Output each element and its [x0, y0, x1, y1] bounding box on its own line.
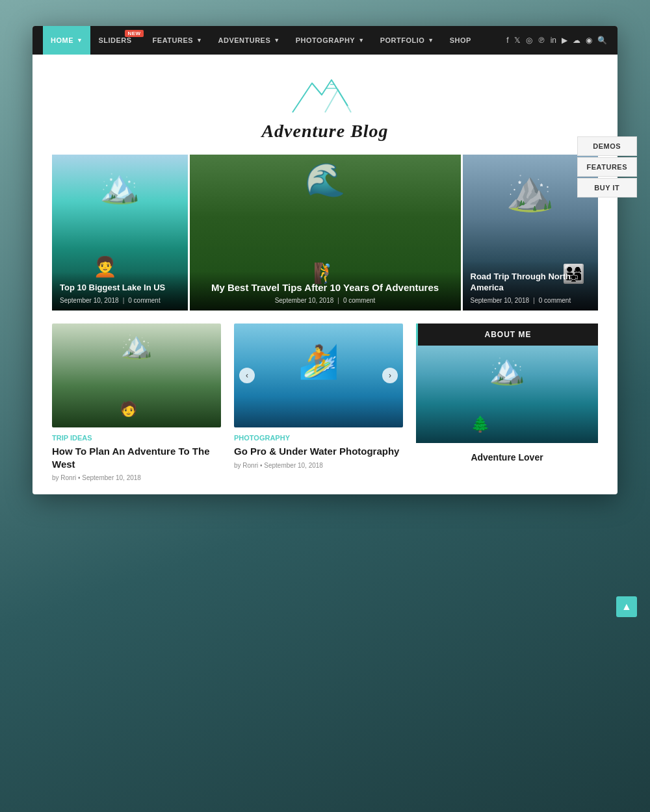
site-logo-text: Adventure Blog	[261, 121, 388, 142]
hero-overlay-1: Top 10 Biggest Lake In US September 10, …	[52, 272, 188, 311]
nav-item-features[interactable]: FEATURES ▼	[145, 26, 211, 55]
slider-prev-button[interactable]: ‹	[239, 368, 255, 383]
about-name: Adventure Lover	[416, 448, 598, 466]
scroll-top-button[interactable]: ▲	[616, 596, 637, 617]
twitter-icon[interactable]: 𝕏	[514, 36, 521, 45]
pinterest-icon[interactable]: ℗	[538, 36, 545, 45]
hero-card-2-title: My Best Travel Tips After 10 Years Of Ad…	[198, 281, 453, 294]
hero-card-1-title: Top 10 Biggest Lake In US	[60, 283, 180, 294]
sidebar: ABOUT ME Adventure Lover	[416, 324, 598, 481]
about-widget: ABOUT ME Adventure Lover	[416, 324, 598, 466]
hero-card-3-meta: September 10, 2018 | 0 comment	[471, 297, 591, 304]
nav-item-shop[interactable]: SHOP	[442, 26, 479, 55]
adventures-dropdown-arrow: ▼	[274, 37, 280, 44]
nav-item-home[interactable]: HOME ▼	[43, 26, 90, 55]
about-widget-title: ABOUT ME	[416, 324, 598, 346]
post-category-1: Trip Ideas	[52, 434, 221, 442]
post-category-2: Photography	[234, 434, 403, 442]
post-meta-2: by Ronri • September 10, 2018	[234, 462, 403, 469]
post-card-1[interactable]: Trip Ideas How To Plan An Adventure To T…	[52, 324, 221, 481]
nav-item-photography[interactable]: PHOTOGRAPHY ▼	[288, 26, 372, 55]
features-dropdown-arrow: ▼	[196, 37, 202, 44]
content-area: Trip Ideas How To Plan An Adventure To T…	[52, 324, 598, 481]
side-panel-buttons: DEMOS FEATURES BUY IT	[577, 136, 637, 197]
nav-item-portfolio[interactable]: PORTFOLIO ▼	[372, 26, 442, 55]
facebook-icon[interactable]: f	[506, 36, 508, 45]
new-badge: NEW	[125, 30, 143, 37]
features-button[interactable]: FEATURES	[577, 157, 637, 177]
portfolio-dropdown-arrow: ▼	[428, 37, 434, 44]
about-image	[416, 346, 598, 443]
post-title-1: How To Plan An Adventure To The West	[52, 445, 221, 470]
nav-bar: HOME ▼ SLIDERS NEW FEATURES ▼ ADVENTURES…	[32, 26, 618, 55]
nav-item-adventures[interactable]: ADVENTURES ▼	[211, 26, 288, 55]
search-icon[interactable]: 🔍	[597, 36, 607, 45]
logo-mountain-svg	[286, 70, 364, 116]
nav-items: HOME ▼ SLIDERS NEW FEATURES ▼ ADVENTURES…	[43, 26, 479, 55]
logo-container[interactable]: Adventure Blog	[261, 70, 388, 142]
post-title-2: Go Pro & Under Water Photography	[234, 445, 403, 458]
post-meta-1: by Ronri • September 10, 2018	[52, 474, 221, 481]
hero-overlay-3: Road Trip Through North America Septembe…	[463, 261, 599, 311]
home-dropdown-arrow: ▼	[77, 37, 83, 44]
hero-card-1-meta: September 10, 2018 | 0 comment	[60, 297, 180, 304]
post-thumbnail-1	[52, 324, 221, 427]
slider-next-button[interactable]: ›	[382, 368, 398, 383]
nav-item-sliders[interactable]: SLIDERS NEW	[90, 26, 144, 55]
demos-button[interactable]: DEMOS	[577, 136, 637, 156]
post-thumbnail-2: ‹ ›	[234, 324, 403, 427]
hero-card-1[interactable]: Top 10 Biggest Lake In US September 10, …	[52, 155, 188, 311]
hero-card-3-title: Road Trip Through North America	[471, 272, 591, 294]
hero-grid: Top 10 Biggest Lake In US September 10, …	[52, 155, 598, 311]
hero-card-2[interactable]: My Best Travel Tips After 10 Years Of Ad…	[190, 155, 461, 311]
site-header: Adventure Blog	[32, 55, 618, 155]
instagram-icon[interactable]: ◎	[526, 36, 532, 45]
hero-overlay-2: My Best Travel Tips After 10 Years Of Ad…	[190, 271, 461, 311]
youtube-icon[interactable]: ▶	[562, 36, 567, 45]
rss-icon[interactable]: ◉	[586, 36, 592, 45]
photography-dropdown-arrow: ▼	[358, 37, 364, 44]
hero-card-2-meta: September 10, 2018 | 0 comment	[198, 297, 453, 304]
soundcloud-icon[interactable]: ☁	[573, 36, 580, 45]
buy-it-button[interactable]: BUY IT	[577, 178, 637, 197]
linkedin-icon[interactable]: in	[551, 36, 556, 45]
nav-social-icons: f 𝕏 ◎ ℗ in ▶ ☁ ◉ 🔍	[506, 36, 607, 45]
post-card-2[interactable]: ‹ › Photography Go Pro & Under Water Pho…	[234, 324, 403, 481]
